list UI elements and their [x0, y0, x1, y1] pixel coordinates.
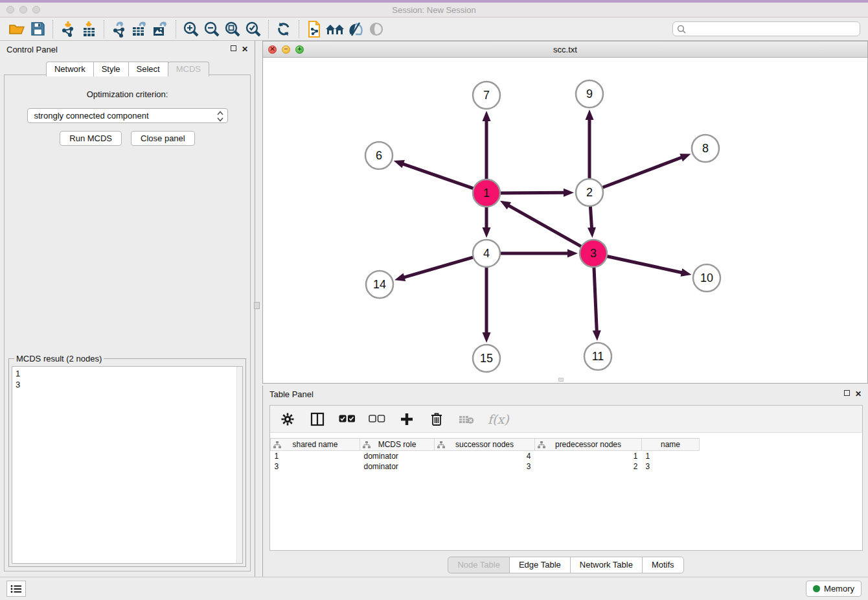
add-column-button[interactable]: [398, 411, 415, 428]
clone-network-button[interactable]: [304, 19, 325, 39]
table-cell[interactable]: 1: [271, 451, 360, 461]
table-cell[interactable]: 1: [535, 451, 642, 461]
zoom-in-button[interactable]: [181, 19, 201, 39]
column-header-shared-name[interactable]: shared name: [271, 439, 360, 451]
result-scrollbar[interactable]: [236, 367, 242, 563]
column-header-mcds-role[interactable]: MCDS role: [360, 439, 435, 451]
node-label: 7: [483, 89, 490, 102]
table-cell[interactable]: 4: [435, 451, 535, 461]
run-mcds-button[interactable]: Run MCDS: [60, 131, 122, 146]
tab-network[interactable]: Network: [46, 62, 94, 76]
export-network-icon: [111, 21, 128, 38]
export-network-button[interactable]: [109, 19, 130, 39]
float-panel-icon[interactable]: [844, 390, 850, 396]
open-folder-icon: [8, 21, 25, 37]
graph-edge[interactable]: [403, 257, 474, 277]
zoom-out-icon: [203, 21, 220, 38]
window-title: Session: New Session: [0, 5, 868, 15]
edge-arrowhead: [680, 154, 691, 161]
tab-edge-table[interactable]: Edge Table: [509, 557, 571, 573]
table-settings-button[interactable]: [279, 411, 296, 428]
network-canvas[interactable]: 1234678910111415: [263, 58, 867, 383]
delete-column-button[interactable]: [428, 411, 445, 428]
toolbar-separator: [176, 20, 176, 38]
column-header-name[interactable]: name: [642, 439, 700, 451]
tab-node-table[interactable]: Node Table: [448, 557, 510, 573]
column-selector-button[interactable]: [309, 411, 326, 428]
optimization-criterion-select[interactable]: strongly connected component: [27, 108, 228, 123]
tab-style[interactable]: Style: [93, 62, 129, 76]
attribute-tree-icon: [437, 441, 445, 448]
delete-table-icon: [459, 414, 474, 424]
table-cell[interactable]: 3: [271, 461, 360, 472]
mcds-result-text[interactable]: 1 3: [12, 366, 243, 564]
table-row[interactable]: 1dominator411: [271, 451, 700, 461]
zoom-selected-button[interactable]: [243, 19, 264, 39]
node-table-body: 1dominator4113dominator323: [271, 451, 700, 472]
select-all-button[interactable]: [339, 411, 356, 428]
graph-edge[interactable]: [499, 192, 565, 193]
import-network-button[interactable]: [58, 19, 78, 39]
graph-edge[interactable]: [590, 205, 591, 229]
tab-mcds[interactable]: MCDS: [168, 62, 209, 76]
table-cell[interactable]: dominator: [360, 461, 435, 472]
import-table-icon: [81, 21, 97, 38]
search-input[interactable]: [689, 25, 856, 34]
node-table: shared name MCDS role: [270, 438, 700, 472]
zoom-in-icon: [183, 21, 200, 38]
save-session-button[interactable]: [27, 19, 48, 39]
import-table-button[interactable]: [78, 19, 99, 39]
mcds-result-values: 1 3: [16, 369, 20, 389]
tab-motifs[interactable]: Motifs: [642, 557, 684, 573]
edge-arrowhead: [483, 227, 491, 238]
tab-network-table[interactable]: Network Table: [570, 557, 643, 573]
delete-table-button[interactable]: [458, 411, 475, 428]
canvas-resize-handle[interactable]: [558, 378, 564, 382]
edge-arrowhead: [681, 268, 692, 277]
memory-button[interactable]: Memory: [806, 581, 862, 597]
tab-select[interactable]: Select: [128, 62, 168, 76]
graph-edge[interactable]: [402, 164, 475, 189]
table-cell[interactable]: dominator: [360, 451, 435, 461]
graph-edge[interactable]: [594, 266, 597, 332]
open-file-button[interactable]: [6, 19, 27, 39]
table-panel-title: Table Panel: [269, 389, 314, 399]
column-header-successor-nodes[interactable]: successor nodes: [435, 439, 535, 451]
graph-edge[interactable]: [508, 205, 582, 248]
close-panel-icon[interactable]: ✕: [855, 390, 862, 398]
close-panel-button[interactable]: Close panel: [131, 131, 195, 146]
node-table-container: f(x) shared name: [269, 405, 863, 551]
table-cell[interactable]: 3: [435, 461, 535, 472]
export-table-icon: [131, 21, 149, 38]
export-image-button[interactable]: [150, 19, 171, 39]
table-cell[interactable]: 2: [535, 461, 642, 472]
trash-icon: [431, 412, 442, 426]
node-label: 1: [483, 187, 490, 200]
export-table-button[interactable]: [130, 19, 150, 39]
column-header-predecessor-nodes[interactable]: predecessor nodes: [535, 439, 642, 451]
deselect-all-button[interactable]: [369, 411, 385, 428]
splitter-handle[interactable]: [254, 302, 260, 309]
node-label: 10: [700, 271, 713, 284]
network-frame-titlebar[interactable]: ✕ − + scc.txt: [263, 41, 867, 58]
show-graphics-details-button[interactable]: [366, 19, 387, 39]
function-builder-button[interactable]: f(x): [488, 411, 509, 428]
home-layout-button[interactable]: [325, 19, 345, 39]
zoom-fit-button[interactable]: [222, 19, 243, 39]
node-label: 3: [590, 247, 597, 260]
close-panel-icon[interactable]: ✕: [242, 45, 248, 53]
edge-arrowhead: [593, 330, 601, 341]
float-panel-icon[interactable]: [231, 45, 236, 51]
refresh-button[interactable]: [273, 19, 294, 39]
graph-edge[interactable]: [606, 256, 683, 273]
search-field[interactable]: [672, 21, 860, 36]
task-history-button[interactable]: [6, 581, 26, 597]
show-style-button[interactable]: [345, 19, 366, 39]
table-cell[interactable]: 3: [642, 461, 700, 472]
cytoscape-window: Session: New Session: [0, 0, 868, 600]
graph-edge[interactable]: [601, 157, 683, 188]
table-cell[interactable]: 1: [642, 451, 700, 461]
zoom-out-button[interactable]: [201, 19, 222, 39]
table-row[interactable]: 3dominator323: [271, 461, 700, 472]
main-toolbar: [0, 17, 868, 41]
